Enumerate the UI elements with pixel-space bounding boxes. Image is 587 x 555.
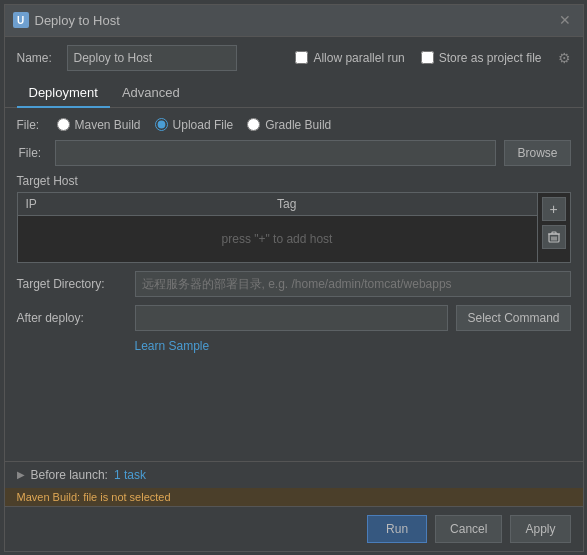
run-button[interactable]: Run <box>367 515 427 543</box>
radio-gradle[interactable]: Gradle Build <box>247 118 331 132</box>
tab-deployment[interactable]: Deployment <box>17 79 110 108</box>
app-icon: U <box>13 12 29 28</box>
host-actions: + <box>537 193 570 263</box>
apply-button[interactable]: Apply <box>510 515 570 543</box>
warning-text: Maven Build: file is not selected <box>17 491 171 503</box>
host-table-body: press "+" to add host <box>18 216 537 263</box>
select-command-button[interactable]: Select Command <box>456 305 570 331</box>
warning-bar: Maven Build: file is not selected <box>5 488 583 506</box>
target-host-label: Target Host <box>17 174 571 188</box>
dialog-title: Deploy to Host <box>35 13 555 28</box>
cancel-button[interactable]: Cancel <box>435 515 502 543</box>
host-empty-hint: press "+" to add host <box>222 232 333 246</box>
bottom-bar: Run Cancel Apply <box>5 506 583 551</box>
learn-sample-link[interactable]: Learn Sample <box>17 339 571 353</box>
host-table-header: IP Tag <box>18 193 537 216</box>
host-table-container: IP Tag press "+" to add host + <box>17 192 571 264</box>
file-type-label: File: <box>17 118 45 132</box>
target-dir-label: Target Directory: <box>17 277 127 291</box>
browse-button[interactable]: Browse <box>504 140 570 166</box>
before-launch-label: Before launch: <box>31 468 108 482</box>
before-launch-count: 1 task <box>114 468 146 482</box>
name-row: Name: Allow parallel run Store as projec… <box>5 37 583 79</box>
target-host-section: Target Host IP Tag press "+" to add host… <box>17 174 571 264</box>
close-button[interactable]: ✕ <box>555 10 575 30</box>
allow-parallel-checkbox[interactable]: Allow parallel run <box>295 51 404 65</box>
after-deploy-row: After deploy: Select Command <box>17 305 571 331</box>
before-launch-section: ▶ Before launch: 1 task <box>5 461 583 488</box>
tab-advanced[interactable]: Advanced <box>110 79 192 108</box>
host-table: IP Tag press "+" to add host <box>18 193 537 263</box>
add-host-button[interactable]: + <box>542 197 566 221</box>
file-path-label: File: <box>19 146 47 160</box>
checkbox-group: Allow parallel run Store as project file… <box>295 50 570 66</box>
radio-maven[interactable]: Maven Build <box>57 118 141 132</box>
after-deploy-label: After deploy: <box>17 311 127 325</box>
title-bar: U Deploy to Host ✕ <box>5 5 583 37</box>
file-path-row: File: Browse <box>17 140 571 166</box>
radio-group-file-type: Maven Build Upload File Gradle Build <box>57 118 332 132</box>
file-path-input[interactable] <box>55 140 497 166</box>
expand-icon[interactable]: ▶ <box>17 469 25 480</box>
name-input[interactable] <box>67 45 237 71</box>
tab-content: File: Maven Build Upload File Gradle Bui… <box>5 108 583 461</box>
dialog-deploy-to-host: U Deploy to Host ✕ Name: Allow parallel … <box>4 4 584 552</box>
target-dir-row: Target Directory: <box>17 271 571 297</box>
after-deploy-input[interactable] <box>135 305 449 331</box>
delete-host-button[interactable] <box>542 225 566 249</box>
store-project-checkbox[interactable]: Store as project file <box>421 51 542 65</box>
tab-bar: Deployment Advanced <box>5 79 583 108</box>
target-dir-input[interactable] <box>135 271 571 297</box>
col-ip: IP <box>26 197 278 211</box>
file-type-row: File: Maven Build Upload File Gradle Bui… <box>17 118 571 132</box>
gear-icon[interactable]: ⚙ <box>558 50 571 66</box>
radio-upload[interactable]: Upload File <box>155 118 234 132</box>
name-label: Name: <box>17 51 57 65</box>
col-tag: Tag <box>277 197 529 211</box>
